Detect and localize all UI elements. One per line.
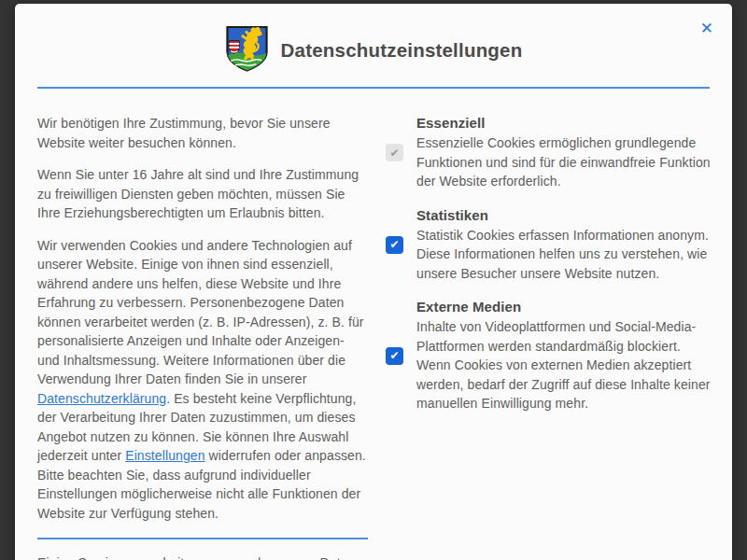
intro-paragraph-2: Wenn Sie unter 16 Jahre alt sind und Ihr… xyxy=(37,165,368,223)
external-media-checkbox[interactable]: ✔ xyxy=(386,347,403,365)
checkmark-icon: ✔ xyxy=(389,239,399,250)
cookie-category-external-media: ✔ Externe Medien Inhalte von Videoplattf… xyxy=(386,299,713,413)
checkmark-icon: ✔ xyxy=(389,147,399,159)
category-title-statistics: Statistiken xyxy=(416,207,713,223)
essential-checkbox: ✔ xyxy=(386,144,403,161)
usa-data-notice: Einige Services verarbeiten personenbezo… xyxy=(37,553,368,560)
section-divider xyxy=(37,538,368,539)
dialog-body: Wir benötigen Ihre Zustimmung, bevor Sie… xyxy=(15,89,732,560)
intro-paragraph-1: Wir benötigen Ihre Zustimmung, bevor Sie… xyxy=(37,114,368,152)
cookie-category-essential: ✔ Essenziell Essenzielle Cookies ermögli… xyxy=(386,115,713,191)
category-description-essential: Essenzielle Cookies ermöglichen grundleg… xyxy=(416,133,713,191)
checkmark-icon: ✔ xyxy=(389,350,399,361)
close-icon[interactable]: ✕ xyxy=(697,17,717,40)
cookie-categories-column: ✔ Essenziell Essenzielle Cookies ermögli… xyxy=(386,114,713,560)
coat-of-arms-logo-icon xyxy=(225,25,269,77)
category-description-statistics: Statistik Cookies erfassen Informationen… xyxy=(416,226,713,284)
settings-link[interactable]: Einstellungen xyxy=(125,448,204,463)
intro-paragraph-3: Wir verwenden Cookies und andere Technol… xyxy=(37,236,368,524)
category-description-external-media: Inhalte von Videoplattformen und Social-… xyxy=(416,317,713,413)
consent-text-column: Wir benötigen Ihre Zustimmung, bevor Sie… xyxy=(37,114,368,560)
category-title-essential: Essenziell xyxy=(416,115,713,131)
privacy-policy-link[interactable]: Datenschutzerklärung xyxy=(37,391,166,406)
dialog-title: Datenschutzeinstellungen xyxy=(281,39,523,62)
dialog-header: Datenschutzeinstellungen xyxy=(15,4,732,75)
category-title-external-media: Externe Medien xyxy=(416,299,713,315)
intro-paragraph-3-text-a: Wir verwenden Cookies und andere Technol… xyxy=(37,238,364,387)
privacy-settings-dialog: ✕ xyxy=(15,4,732,560)
statistics-checkbox[interactable]: ✔ xyxy=(386,236,403,254)
header-divider xyxy=(37,87,710,89)
cookie-category-statistics: ✔ Statistiken Statistik Cookies erfassen… xyxy=(386,207,713,284)
